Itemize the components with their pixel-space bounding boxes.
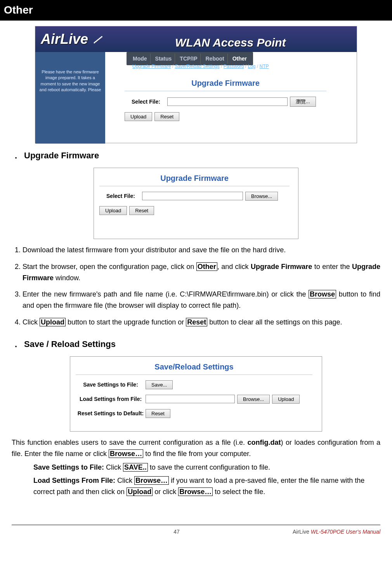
inline-box-browse: Browse (309, 290, 336, 298)
browse-button-cjk[interactable]: 瀏覽... (290, 97, 316, 107)
load-settings-line: Load Settings From File: Click Browse… i… (33, 475, 380, 498)
section-upgrade-firmware: ．Upgrade Firmware (12, 149, 392, 162)
ss2-browse-button[interactable]: Browse... (245, 192, 278, 201)
tab-reboot[interactable]: Reboot (202, 54, 227, 64)
inline-box-browse3: Browse… (134, 476, 169, 485)
step-1: Download the latest firmware from your d… (23, 245, 380, 256)
sep: / (257, 64, 260, 69)
sep: / (221, 64, 224, 69)
ss2-upload-button[interactable]: Upload (99, 206, 127, 215)
logo-swoosh-icon: ⟋ (90, 29, 104, 50)
sep: / (245, 64, 248, 69)
subnav-upgrade[interactable]: Upgrade Firmware (132, 64, 171, 69)
logo-airlive: AirLive (41, 28, 88, 50)
inline-box-reset: Reset (186, 318, 207, 326)
ss3-load-file-input[interactable] (146, 395, 235, 403)
page-footer: 47 AirLive WL-5470POE User's Manual (12, 525, 380, 536)
step-4: Click Upload button to start the upgrade… (23, 317, 380, 328)
inline-box-upload: Upload (40, 318, 66, 326)
inline-box-save: SAVE.. (123, 463, 148, 472)
ss2-select-file-label: Select File: (99, 192, 142, 200)
page-number: 47 (89, 527, 264, 536)
upgrade-firmware-heading: Upgrade Firmware (125, 77, 326, 91)
inline-box-upload2: Upload (127, 487, 153, 496)
ss3-heading: Save/Reload Settings (76, 361, 312, 375)
tab-other[interactable]: Other (229, 54, 250, 64)
ss3-reset-label: Reset Settings to Default: (76, 410, 146, 417)
step-3: Enter the new firmware's path and file n… (23, 289, 380, 311)
ss3-save-label: Save Settings to File: (76, 382, 146, 388)
save-reload-description: This function enables users to save the … (12, 437, 380, 460)
upgrade-panel: Upgrade Firmware Select File: 瀏覽... Uplo… (125, 77, 326, 121)
subnav-log[interactable]: Log (248, 64, 256, 69)
subnav-save-reload[interactable]: Save/Reload Settings (175, 64, 219, 69)
inline-box-other: Other (196, 262, 217, 271)
upload-button[interactable]: Upload (125, 112, 152, 121)
bullet-icon: ． (12, 151, 20, 160)
steps-list: Download the latest firmware from your d… (23, 245, 380, 328)
screenshot-other-page: AirLive ⟋ WLAN Access Point Mode Status … (35, 26, 357, 143)
save-settings-line: Save Settings to File: Click SAVE.. to s… (33, 462, 380, 473)
ss2-reset-button[interactable]: Reset (129, 206, 154, 215)
tab-mode[interactable]: Mode (130, 54, 151, 64)
reset-button[interactable]: Reset (154, 112, 179, 121)
subnav-ntp[interactable]: NTP (260, 64, 269, 69)
page-banner: Other (0, 0, 392, 21)
tab-status[interactable]: Status (152, 54, 175, 64)
ss3-upload-button[interactable]: Upload (272, 395, 300, 404)
select-file-label: Select File: (125, 97, 167, 106)
other-subnav: Upgrade Firmware / Save/Reload Settings … (132, 63, 269, 70)
select-file-input[interactable] (167, 97, 288, 106)
sidebar-help-text: Please have the new firmware image prepa… (35, 52, 105, 144)
wlan-title: WLAN Access Point (175, 33, 286, 52)
step-2: Start the browser, open the configuratio… (23, 261, 380, 284)
section-save-reload: ．Save / Reload Settings (12, 337, 392, 351)
subnav-password[interactable]: Password (224, 64, 244, 69)
bullet-icon: ． (12, 339, 20, 349)
ss3-load-label: Load Settings from File: (76, 396, 146, 402)
inline-box-browse2: Browse… (109, 449, 143, 458)
ss2-select-file-input[interactable] (142, 192, 243, 200)
ss3-browse-button[interactable]: Browse... (237, 395, 270, 404)
screenshot-save-reload: Save/Reload Settings Save Settings to Fi… (70, 356, 322, 432)
ss3-save-button[interactable]: Save... (146, 380, 173, 389)
tab-tcpip[interactable]: TCP/IP (177, 54, 201, 64)
ss3-reset-button[interactable]: Reset (146, 409, 170, 418)
ss2-heading: Upgrade Firmware (99, 172, 290, 186)
screenshot-upgrade-firmware: Upgrade Firmware Select File: Browse... … (94, 168, 298, 239)
footer-product: AirLive WL-5470POE User's Manual (264, 527, 380, 536)
inline-box-browse4: Browse… (178, 487, 213, 496)
